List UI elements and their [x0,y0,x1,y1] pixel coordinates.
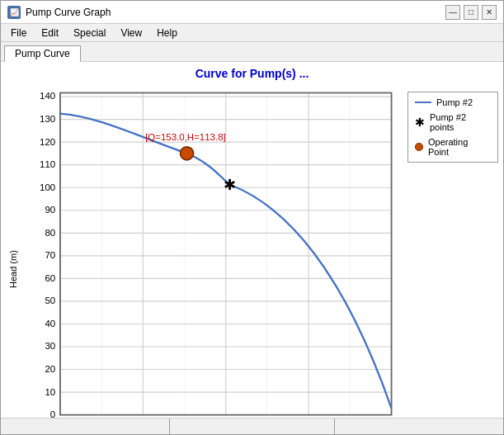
svg-text:120: 120 [40,137,55,147]
svg-text:130: 130 [40,114,55,124]
svg-text:60: 60 [45,273,55,283]
legend-dot-symbol [415,143,423,151]
legend-item-dot: Operating Point [415,137,491,157]
window-title: Pump Curve Graph [26,7,111,18]
main-window: 📈 Pump Curve Graph — □ ✕ File Edit Speci… [0,0,504,435]
svg-text:10: 10 [45,387,55,397]
main-content: Curve for Pump(s) ... Head (m) [1,62,503,418]
menu-file[interactable]: File [4,26,33,40]
svg-text:40: 40 [45,319,55,329]
svg-text:110: 110 [40,159,55,169]
close-button[interactable]: ✕ [482,5,497,20]
operating-point [181,147,194,160]
title-bar-left: 📈 Pump Curve Graph [7,6,111,19]
status-panel-1 [4,418,170,434]
chart-title: Curve for Pump(s) ... [6,67,498,80]
status-panel-2 [170,418,336,434]
svg-text:30: 30 [45,341,55,351]
y-axis-label: Head (m) [6,83,21,418]
legend-dot-label: Operating Point [428,137,491,157]
annotation-label: [Q=153.0,H=113.8] [145,132,226,142]
legend-line-symbol [415,102,431,103]
menu-special[interactable]: Special [67,26,112,40]
legend-star-label: Pump #2 points [430,112,491,132]
chart-container: 0 10 20 30 40 50 60 70 80 90 100 110 [22,83,401,418]
legend-star-symbol: ✱ [415,116,425,128]
tab-pump-curve[interactable]: Pump Curve [4,45,81,62]
legend-line-label: Pump #2 [436,97,473,107]
menu-help[interactable]: Help [150,26,184,40]
status-panel-3 [335,418,500,434]
svg-text:20: 20 [45,364,55,374]
maximize-button[interactable]: □ [464,5,478,20]
svg-text:0: 0 [50,409,55,418]
svg-text:80: 80 [45,228,55,238]
menu-edit[interactable]: Edit [35,26,65,40]
legend-item-line: Pump #2 [415,97,491,107]
svg-text:140: 140 [40,92,55,102]
svg-text:100: 100 [40,182,55,192]
chart-inner: 0 10 20 30 40 50 60 70 80 90 100 110 [22,83,401,418]
status-bar [1,418,503,434]
pump2-point: ✱ [224,176,236,193]
minimize-button[interactable]: — [445,5,460,20]
chart-svg: 0 10 20 30 40 50 60 70 80 90 100 110 [22,83,401,418]
chart-with-legend: 0 10 20 30 40 50 60 70 80 90 100 110 [22,83,498,418]
legend: Pump #2 ✱ Pump #2 points Operating Point [407,92,498,163]
window-icon: 📈 [7,6,21,19]
window-controls: — □ ✕ [445,5,497,20]
chart-area: Head (m) [6,83,498,418]
svg-text:90: 90 [45,205,55,215]
svg-text:50: 50 [45,296,55,305]
menu-view[interactable]: View [114,26,148,40]
svg-text:70: 70 [45,250,55,260]
menu-bar: File Edit Special View Help [1,24,503,42]
legend-item-star: ✱ Pump #2 points [415,112,491,132]
title-bar: 📈 Pump Curve Graph — □ ✕ [1,1,503,24]
tab-bar: Pump Curve [1,42,503,62]
